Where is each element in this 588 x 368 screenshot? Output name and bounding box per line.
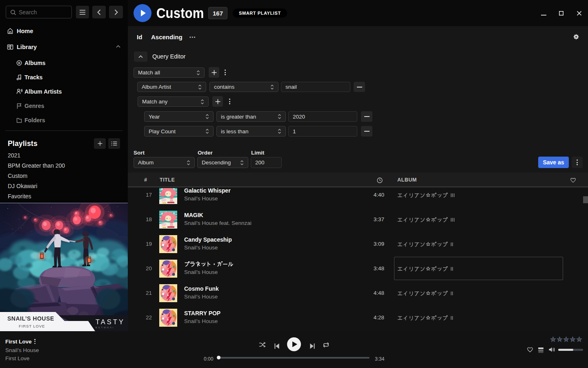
svg-text:SNAIL’S HOUSE: SNAIL’S HOUSE: [7, 315, 54, 322]
svg-text:TASTY: TASTY: [96, 318, 125, 325]
svg-text:FIRST LOVE: FIRST LOVE: [19, 324, 45, 328]
svg-text:BSTMNXI: BSTMNXI: [96, 326, 115, 329]
